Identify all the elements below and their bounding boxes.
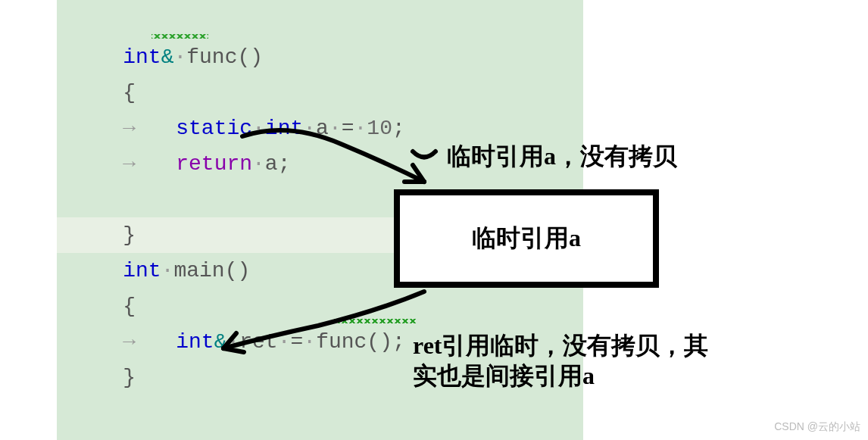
code-line-3: →static·int·a·=·10; bbox=[72, 75, 583, 111]
squiggle-underline bbox=[333, 319, 417, 323]
annotation-top-right: 临时引用a，没有拷贝 bbox=[447, 140, 677, 173]
brace-close: } bbox=[123, 366, 136, 389]
watermark: CSDN @云的小站 bbox=[774, 420, 860, 434]
code-line-1: int&·func() bbox=[72, 4, 583, 39]
annotation-bottom-line2: 实也是间接引用a bbox=[413, 360, 595, 393]
code-line-2: { bbox=[72, 39, 583, 75]
code-line-9: →int&·ret·=·func(); bbox=[72, 289, 583, 324]
annotation-bottom-line1: ret引用临时，没有拷贝，其 bbox=[413, 329, 708, 363]
annotation-box-label: 临时引用a bbox=[472, 222, 581, 255]
annotation-box: 临时引用a bbox=[394, 189, 659, 288]
squiggle-underline bbox=[151, 34, 208, 39]
